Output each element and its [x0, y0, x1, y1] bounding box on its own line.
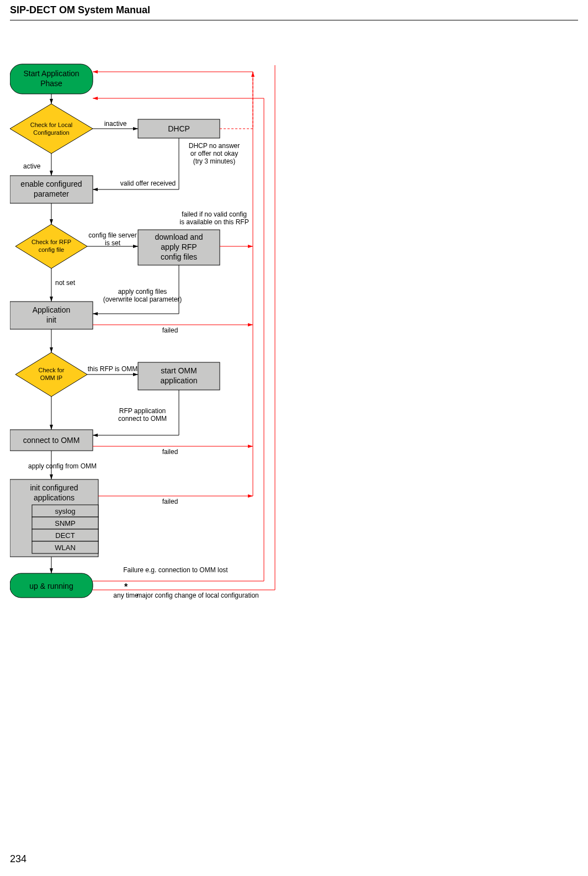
label-cfgserver-2: is set	[105, 239, 121, 247]
node-download-l1: download and	[155, 233, 203, 241]
divider	[10, 20, 578, 20]
edge-dhcp-fail	[220, 72, 253, 129]
node-chklocal	[10, 104, 93, 154]
node-download-l2: apply RFP	[161, 242, 197, 251]
label-failed-novalid-2: is available on this RFP	[179, 218, 248, 226]
label-star: *	[124, 582, 128, 592]
label-failed-novalid-1: failed if no valid config	[182, 210, 247, 218]
label-dhcp-noans-1: DHCP no answer	[189, 142, 240, 150]
node-initcfg-l1: init configured	[30, 483, 78, 492]
page-root: SIP-DECT OM System Manual 234 Start Appl…	[0, 0, 588, 876]
node-startomm-l2: application	[161, 376, 198, 385]
node-chklocal-l2: Configuration	[33, 129, 69, 136]
node-initcfg-sub4-t: WLAN	[55, 543, 76, 552]
node-chkomm-l2: OMM IP	[40, 374, 62, 381]
label-rfpapp-1: RFP application	[119, 407, 166, 415]
node-enable-l1: enable configured	[20, 180, 82, 188]
label-cfgserver-1: config file server	[88, 231, 136, 239]
label-major: major config change of local configurati…	[136, 592, 258, 599]
label-active: active	[23, 162, 41, 170]
page-title: SIP-DECT OM System Manual	[10, 4, 150, 16]
node-connect-l1: connect to OMM	[23, 436, 80, 445]
label-dhcp-noans-3: (try 3 minutes)	[193, 157, 236, 165]
node-dhcp-l1: DHCP	[168, 124, 190, 133]
label-dhcp-noans-2: or offer not okay	[190, 150, 239, 157]
label-applycfg-1: apply config files	[118, 288, 167, 295]
node-enable-l2: parameter	[34, 189, 69, 198]
flowchart: Start Application Phase Check for Local …	[10, 60, 341, 667]
node-chkomm-l1: Check for	[38, 367, 64, 373]
node-chkrfp-l2: config file	[39, 246, 64, 253]
node-appinit-l2: init	[46, 315, 56, 324]
node-appinit-l1: Application	[33, 305, 71, 314]
label-connect-failed: failed	[162, 448, 178, 456]
node-running-l1: up & running	[29, 582, 73, 590]
label-notset: not set	[55, 279, 76, 287]
node-initcfg-sub2-t: SNMP	[55, 519, 76, 527]
node-download-l3: config files	[161, 252, 197, 261]
edge-major-rail	[93, 65, 275, 590]
label-valid-offer: valid offer received	[120, 180, 176, 187]
node-chkrfp-l1: Check for RFP	[31, 239, 71, 245]
node-startomm-l1: start OMM	[161, 366, 197, 375]
node-initcfg-l2: applications	[34, 493, 75, 502]
label-initcfg-failed: failed	[162, 498, 178, 505]
label-applyfromomm: apply config from OMM	[28, 462, 97, 470]
edge-running-failure-rail	[93, 98, 264, 581]
node-initcfg-sub3-t: DECT	[55, 531, 75, 540]
label-appinit-failed: failed	[162, 326, 178, 334]
label-failure: Failure e.g. connection to OMM lost	[123, 566, 228, 574]
label-anytime: any time	[113, 592, 139, 599]
label-thisrfp: this RFP is OMM	[88, 365, 137, 373]
node-start-l1: Start Application	[23, 69, 79, 78]
node-start-l2: Phase	[40, 79, 62, 88]
label-rfpapp-2: connect to OMM	[118, 415, 167, 423]
label-applycfg-2: (overwrite local parameter)	[103, 295, 182, 303]
page-number: 234	[10, 853, 27, 865]
node-initcfg-sub1-t: syslog	[55, 507, 76, 515]
label-inactive: inactive	[104, 120, 127, 128]
node-chklocal-l1: Check for Local	[30, 122, 72, 128]
